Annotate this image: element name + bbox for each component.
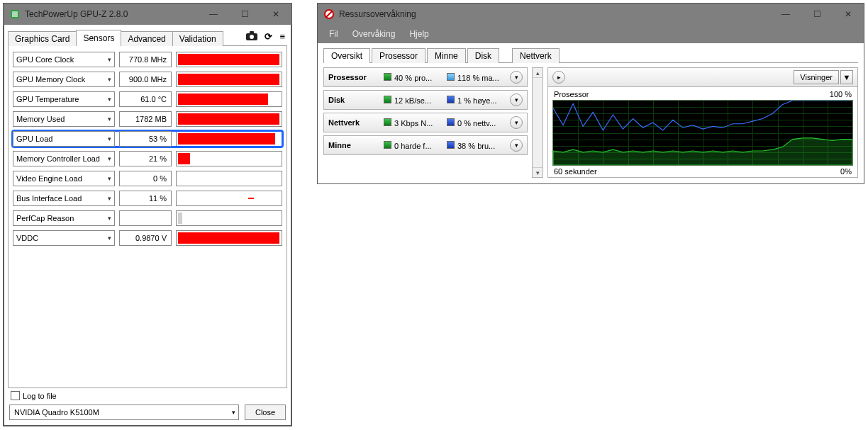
sensor-name-field[interactable]: GPU Memory Clock▾ xyxy=(13,72,115,87)
menu-hjelp[interactable]: Hjelp xyxy=(404,28,434,40)
sensor-name-field[interactable]: Memory Controller Load▾ xyxy=(13,151,115,166)
resmon-category-row[interactable]: Nettverk3 Kbps N...0 % nettv...▾ xyxy=(323,113,528,132)
sensor-value-field: 900.0 MHz xyxy=(119,72,172,87)
gpuz-titlebar[interactable]: TechPowerUp GPU-Z 2.8.0 — ☐ ✕ xyxy=(4,4,291,25)
sensor-name-field[interactable]: PerfCap Reason▾ xyxy=(13,210,115,226)
views-button[interactable]: Visninger xyxy=(794,70,839,84)
tab-validation[interactable]: Validation xyxy=(172,31,223,46)
log-to-file-checkbox[interactable] xyxy=(11,391,20,400)
views-dropdown-icon[interactable]: ▼ xyxy=(840,70,853,84)
tab-advanced[interactable]: Advanced xyxy=(121,31,172,46)
tab-minne[interactable]: Minne xyxy=(427,48,466,63)
chevron-down-icon: ▾ xyxy=(108,135,111,142)
sensor-bar xyxy=(176,171,282,186)
resmon-category-row[interactable]: Prosessor40 % pro...118 % ma...▾ xyxy=(323,67,528,87)
sensor-row: GPU Memory Clock▾900.0 MHz xyxy=(13,72,282,87)
sensor-name-field[interactable]: GPU Temperature▾ xyxy=(13,91,115,107)
resmon-category-row[interactable]: Minne0 harde f...38 % bru...▾ xyxy=(323,135,528,155)
refresh-icon[interactable]: ⟳ xyxy=(265,31,272,43)
tab-graphics-card[interactable]: Graphics Card xyxy=(8,31,77,46)
resmon-menubar: Fil Overvåking Hjelp xyxy=(318,25,864,43)
chart-title: Prosessor xyxy=(554,90,589,98)
minimize-button[interactable]: — xyxy=(770,4,801,25)
collapse-chart-icon[interactable]: ▸ xyxy=(552,71,565,84)
svg-rect-3 xyxy=(250,31,254,34)
expand-icon[interactable]: ▾ xyxy=(510,71,523,84)
tab-prosessor[interactable]: Prosessor xyxy=(372,48,425,63)
maximize-button[interactable]: ☐ xyxy=(801,4,833,25)
resmon-category-row[interactable]: Disk12 kB/se...1 % høye...▾ xyxy=(323,90,528,110)
sensor-value-field: 11 % xyxy=(119,191,172,206)
chevron-down-icon: ▾ xyxy=(108,155,111,162)
sensor-row: Video Engine Load▾0 % xyxy=(13,171,282,186)
gpuz-title: TechPowerUp GPU-Z 2.8.0 xyxy=(25,9,198,19)
category-name: Nettverk xyxy=(328,118,379,127)
gpu-select-value: NVIDIA Quadro K5100M xyxy=(14,408,99,417)
cpu-chart xyxy=(552,100,853,166)
expand-icon[interactable]: ▾ xyxy=(510,94,523,106)
resmon-titlebar[interactable]: Ressursovervåkning — ☐ ✕ xyxy=(318,4,864,25)
sensor-value-field: 21 % xyxy=(119,151,172,166)
tab-disk[interactable]: Disk xyxy=(467,48,499,63)
chevron-down-icon: ▾ xyxy=(108,56,111,63)
sensor-row: Bus Interface Load▾11 % xyxy=(13,191,282,206)
chevron-down-icon: ▾ xyxy=(232,409,235,416)
sensor-name-field[interactable]: Video Engine Load▾ xyxy=(13,171,115,186)
chevron-down-icon: ▾ xyxy=(108,96,111,103)
chart-xaxis-label: 60 sekunder xyxy=(554,167,597,176)
swatch-icon xyxy=(384,96,391,103)
sensor-row: GPU Temperature▾61.0 °C xyxy=(13,91,282,107)
gpuz-app-icon xyxy=(9,9,21,20)
menu-overvaking[interactable]: Overvåking xyxy=(347,28,401,40)
sensor-list: GPU Core Clock▾770.8 MHzGPU Memory Clock… xyxy=(8,46,287,388)
close-window-button[interactable]: ✕ xyxy=(833,4,864,25)
screenshot-icon[interactable] xyxy=(246,31,257,43)
resmon-category-list: Prosessor40 % pro...118 % ma...▾Disk12 k… xyxy=(323,67,528,178)
svg-point-4 xyxy=(250,35,254,39)
chevron-down-icon: ▾ xyxy=(108,76,111,83)
sensor-bar xyxy=(176,191,282,206)
sensor-value-field: 1782 MB xyxy=(119,111,172,127)
minimize-button[interactable]: — xyxy=(198,4,229,25)
chevron-down-icon: ▾ xyxy=(108,195,111,202)
tab-oversikt[interactable]: Oversikt xyxy=(323,48,370,63)
gpuz-tabstrip: Graphics Card Sensors Advanced Validatio… xyxy=(8,29,287,46)
maximize-button[interactable]: ☐ xyxy=(229,4,260,25)
sensor-bar xyxy=(176,52,282,67)
swatch-icon xyxy=(447,96,455,103)
chevron-down-icon: ▾ xyxy=(108,115,111,123)
category-name: Disk xyxy=(328,96,379,104)
swatch-icon xyxy=(384,118,391,126)
chevron-down-icon: ▾ xyxy=(108,215,111,222)
expand-icon[interactable]: ▾ xyxy=(510,139,523,152)
sensor-name-field[interactable]: GPU Load▾ xyxy=(13,131,115,147)
sensor-name-field[interactable]: Memory Used▾ xyxy=(13,111,115,127)
chart-min-label: 0% xyxy=(840,167,852,176)
sensor-value-field: 770.8 MHz xyxy=(119,52,172,67)
scroll-down-icon[interactable]: ▾ xyxy=(533,167,542,177)
sensor-name-field[interactable]: Bus Interface Load▾ xyxy=(13,191,115,206)
swatch-icon xyxy=(384,141,391,149)
log-to-file-label: Log to file xyxy=(23,392,57,400)
sensor-row: VDDC▾0.9870 V xyxy=(13,230,282,246)
scroll-up-icon[interactable]: ▴ xyxy=(533,68,542,78)
close-button[interactable]: Close xyxy=(245,404,286,420)
tab-sensors[interactable]: Sensors xyxy=(76,30,121,46)
chart-header-bar: ▸ Visninger ▼ xyxy=(547,67,858,87)
menu-icon[interactable]: ≡ xyxy=(279,31,284,43)
sensor-row: GPU Core Clock▾770.8 MHz xyxy=(13,52,282,67)
sensor-bar xyxy=(176,72,282,87)
tab-nettverk[interactable]: Nettverk xyxy=(512,48,560,63)
swatch-icon xyxy=(447,118,455,126)
close-window-button[interactable]: ✕ xyxy=(260,4,291,25)
resmon-tabstrip: Oversikt Prosessor Minne Disk Nettverk xyxy=(323,47,858,63)
expand-icon[interactable]: ▾ xyxy=(510,116,523,129)
resmon-scrollbar[interactable]: ▴ ▾ xyxy=(532,67,543,178)
sensor-name-field[interactable]: GPU Core Clock▾ xyxy=(13,52,115,67)
sensor-name-field[interactable]: VDDC▾ xyxy=(13,230,115,246)
resmon-app-icon xyxy=(323,9,335,20)
gpu-select[interactable]: NVIDIA Quadro K5100M ▾ xyxy=(9,404,239,420)
sensor-value-field: 53 % xyxy=(119,131,172,147)
menu-fil[interactable]: Fil xyxy=(323,28,344,40)
sensor-bar xyxy=(176,230,282,246)
